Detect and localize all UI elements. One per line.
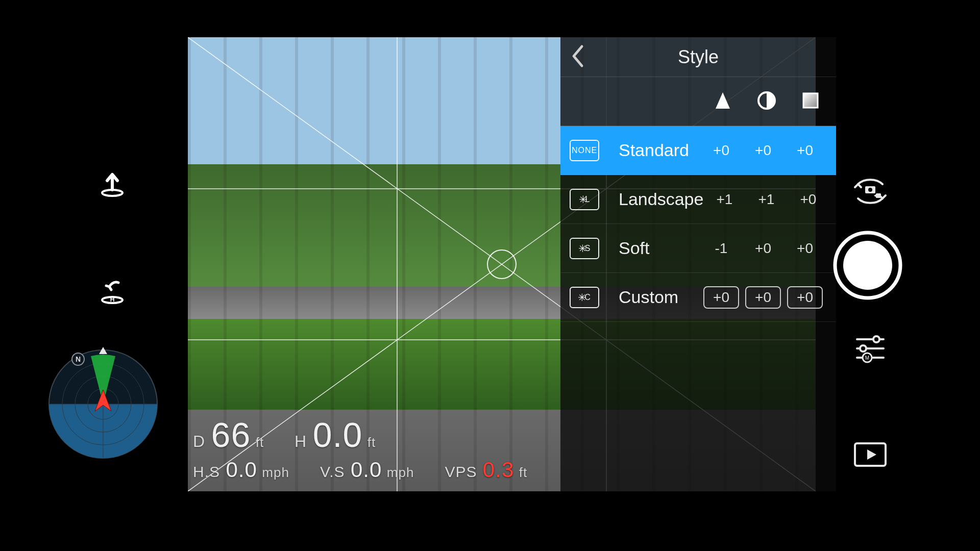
svg-point-23 bbox=[843, 241, 892, 290]
svg-point-6 bbox=[487, 250, 516, 279]
svg-text:M: M bbox=[865, 355, 869, 361]
style-panel: Style NO bbox=[560, 37, 836, 491]
style-name: Custom bbox=[609, 287, 700, 307]
style-row-soft[interactable]: ✳S Soft -1 +0 +0 bbox=[560, 224, 836, 273]
style-sharp: +1 bbox=[703, 191, 745, 208]
vps-label: VPS bbox=[445, 463, 477, 480]
panel-title: Style bbox=[678, 46, 719, 68]
back-button[interactable] bbox=[570, 44, 585, 70]
vps-unit: ft bbox=[519, 465, 527, 480]
right-controls: M bbox=[822, 0, 903, 551]
camera-settings-button[interactable]: M bbox=[847, 324, 893, 370]
style-name: Landscape bbox=[609, 189, 703, 209]
style-row-custom[interactable]: ✳C Custom +0 +0 +0 bbox=[560, 273, 836, 322]
style-contrast-input[interactable]: +0 bbox=[745, 286, 781, 309]
left-controls: H bbox=[77, 0, 148, 551]
style-badge-l: ✳L bbox=[570, 189, 599, 210]
height-value: 0.0 bbox=[313, 415, 363, 454]
svg-text:H: H bbox=[110, 296, 115, 303]
photo-video-toggle[interactable] bbox=[847, 168, 893, 214]
vps-value: 0.3 bbox=[483, 458, 514, 482]
style-row-standard[interactable]: NONE Standard +0 +0 +0 bbox=[560, 126, 836, 175]
style-list: NONE Standard +0 +0 +0 ✳L Landscape +1 +… bbox=[560, 126, 836, 491]
hspeed-label: H.S bbox=[193, 463, 220, 480]
hspeed-unit: mph bbox=[262, 465, 289, 480]
style-name: Standard bbox=[609, 140, 700, 160]
svg-rect-21 bbox=[876, 193, 881, 198]
return-home-icon: H bbox=[96, 274, 129, 307]
style-row-landscape[interactable]: ✳L Landscape +1 +1 +0 bbox=[560, 175, 836, 224]
svg-point-27 bbox=[860, 345, 866, 352]
style-sharp: -1 bbox=[700, 240, 742, 257]
hspeed-value: 0.0 bbox=[226, 458, 257, 482]
playback-icon bbox=[852, 440, 889, 469]
sliders-icon: M bbox=[852, 329, 889, 366]
takeoff-icon bbox=[96, 167, 129, 200]
style-contrast: +0 bbox=[742, 142, 784, 159]
saturation-icon bbox=[800, 90, 821, 113]
panel-column-icons bbox=[560, 77, 836, 126]
vspeed-value: 0.0 bbox=[351, 458, 382, 482]
telemetry-hud: D 66 ft H 0.0 ft H.S 0.0 mph V.S bbox=[193, 412, 527, 482]
dist-label: D bbox=[193, 432, 205, 450]
dist-unit: ft bbox=[256, 435, 264, 450]
height-label: H bbox=[295, 432, 307, 450]
svg-point-25 bbox=[873, 336, 879, 342]
style-sharp: +0 bbox=[700, 142, 742, 159]
style-name: Soft bbox=[609, 238, 700, 258]
style-sharp-input[interactable]: +0 bbox=[703, 286, 739, 309]
style-sat-input[interactable]: +0 bbox=[787, 286, 823, 309]
svg-rect-33 bbox=[803, 93, 818, 108]
return-home-button[interactable]: H bbox=[92, 270, 133, 311]
style-badge-s: ✳S bbox=[570, 238, 599, 259]
playback-button[interactable] bbox=[847, 432, 893, 478]
app-stage: D 66 ft H 0.0 ft H.S 0.0 mph V.S bbox=[0, 0, 980, 551]
style-badge-c: ✳C bbox=[570, 287, 599, 308]
north-label: N bbox=[76, 355, 81, 363]
takeoff-button[interactable] bbox=[92, 163, 133, 204]
shutter-icon bbox=[832, 230, 903, 301]
style-contrast: +0 bbox=[742, 240, 784, 257]
style-contrast: +1 bbox=[745, 191, 787, 208]
vspeed-label: V.S bbox=[320, 463, 345, 480]
style-badge-none: NONE bbox=[570, 140, 599, 161]
panel-header: Style bbox=[560, 37, 836, 77]
style-sat: +0 bbox=[784, 142, 826, 159]
attitude-radar[interactable]: N bbox=[46, 347, 160, 461]
chevron-left-icon bbox=[570, 44, 585, 68]
height-unit: ft bbox=[368, 435, 376, 450]
photo-video-toggle-icon bbox=[850, 171, 891, 212]
svg-point-20 bbox=[868, 188, 872, 192]
dist-value: 66 bbox=[211, 415, 251, 454]
contrast-icon bbox=[756, 90, 777, 113]
vspeed-unit: mph bbox=[387, 465, 414, 480]
shutter-button[interactable] bbox=[832, 230, 903, 301]
sharpness-icon bbox=[713, 90, 733, 113]
style-sat: +0 bbox=[784, 240, 826, 257]
